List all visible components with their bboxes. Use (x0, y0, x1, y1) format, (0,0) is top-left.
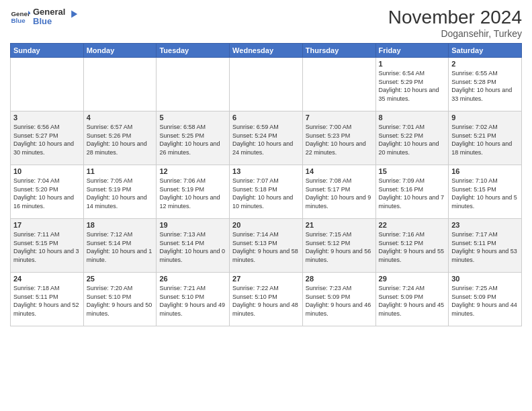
calendar-cell: 9Sunrise: 7:02 AMSunset: 5:21 PMDaylight… (449, 111, 522, 165)
day-info: Sunrise: 6:59 AMSunset: 5:24 PMDaylight:… (232, 123, 300, 156)
calendar-cell: 25Sunrise: 7:20 AMSunset: 5:10 PMDayligh… (83, 273, 157, 326)
calendar-cell (83, 58, 157, 111)
calendar-cell: 10Sunrise: 7:04 AMSunset: 5:20 PMDayligh… (11, 165, 84, 219)
day-info: Sunrise: 6:57 AMSunset: 5:26 PMDaylight:… (87, 123, 154, 156)
day-info: Sunrise: 7:15 AMSunset: 5:12 PMDaylight:… (306, 230, 373, 264)
day-number: 4 (87, 113, 154, 122)
calendar-cell: 3Sunrise: 6:56 AMSunset: 5:27 PMDaylight… (11, 111, 84, 165)
logo-icon: General Blue (10, 7, 30, 27)
day-number: 19 (159, 221, 226, 229)
day-info: Sunrise: 7:23 AMSunset: 5:09 PMDaylight:… (306, 284, 373, 318)
calendar-cell: 4Sunrise: 6:57 AMSunset: 5:26 PMDaylight… (83, 111, 157, 165)
day-number: 26 (159, 275, 226, 283)
calendar-cell (11, 58, 84, 111)
calendar-cell: 13Sunrise: 7:07 AMSunset: 5:18 PMDayligh… (230, 165, 303, 219)
month-title: November 2024 (388, 7, 522, 28)
header: General Blue General Blue November 2024 … (10, 7, 522, 39)
calendar-cell: 24Sunrise: 7:18 AMSunset: 5:11 PMDayligh… (11, 273, 84, 326)
calendar-cell: 12Sunrise: 7:06 AMSunset: 5:19 PMDayligh… (157, 165, 230, 219)
day-number: 12 (159, 167, 226, 175)
day-number: 21 (306, 221, 373, 229)
day-number: 25 (87, 275, 154, 283)
calendar-cell: 28Sunrise: 7:23 AMSunset: 5:09 PMDayligh… (302, 273, 375, 326)
calendar-cell: 16Sunrise: 7:10 AMSunset: 5:15 PMDayligh… (449, 165, 522, 219)
calendar-week-row: 24Sunrise: 7:18 AMSunset: 5:11 PMDayligh… (11, 273, 522, 326)
day-number: 11 (87, 167, 154, 175)
day-number: 20 (232, 221, 300, 229)
day-info: Sunrise: 7:12 AMSunset: 5:14 PMDaylight:… (87, 230, 154, 264)
calendar-cell: 7Sunrise: 7:00 AMSunset: 5:23 PMDaylight… (302, 111, 375, 165)
day-number: 22 (379, 221, 446, 229)
calendar-table: SundayMondayTuesdayWednesdayThursdayFrid… (10, 43, 522, 326)
calendar-cell: 23Sunrise: 7:17 AMSunset: 5:11 PMDayligh… (449, 219, 522, 273)
day-info: Sunrise: 6:54 AMSunset: 5:29 PMDaylight:… (379, 69, 446, 103)
day-info: Sunrise: 7:10 AMSunset: 5:15 PMDaylight:… (451, 177, 519, 210)
day-number: 24 (13, 275, 81, 283)
calendar-week-row: 17Sunrise: 7:11 AMSunset: 5:15 PMDayligh… (11, 219, 522, 273)
day-number: 9 (451, 113, 519, 122)
svg-text:General: General (11, 10, 31, 17)
day-info: Sunrise: 7:00 AMSunset: 5:23 PMDaylight:… (306, 123, 373, 156)
day-number: 14 (306, 167, 373, 175)
day-header-wednesday: Wednesday (230, 44, 303, 58)
day-number: 5 (159, 113, 226, 122)
day-info: Sunrise: 7:04 AMSunset: 5:20 PMDaylight:… (13, 177, 81, 210)
calendar-cell: 17Sunrise: 7:11 AMSunset: 5:15 PMDayligh… (11, 219, 84, 273)
day-number: 8 (379, 113, 446, 122)
day-header-friday: Friday (375, 44, 449, 58)
day-number: 1 (379, 60, 446, 68)
day-info: Sunrise: 7:07 AMSunset: 5:18 PMDaylight:… (232, 177, 300, 210)
calendar-week-row: 1Sunrise: 6:54 AMSunset: 5:29 PMDaylight… (11, 58, 522, 111)
calendar-cell (230, 58, 303, 111)
day-header-tuesday: Tuesday (157, 44, 230, 58)
day-info: Sunrise: 7:05 AMSunset: 5:19 PMDaylight:… (87, 177, 154, 210)
day-info: Sunrise: 7:21 AMSunset: 5:10 PMDaylight:… (159, 284, 226, 318)
day-info: Sunrise: 7:06 AMSunset: 5:19 PMDaylight:… (159, 177, 226, 210)
svg-text:Blue: Blue (11, 17, 26, 24)
calendar-cell: 19Sunrise: 7:13 AMSunset: 5:14 PMDayligh… (157, 219, 230, 273)
day-info: Sunrise: 7:22 AMSunset: 5:10 PMDaylight:… (232, 284, 300, 318)
calendar-cell: 11Sunrise: 7:05 AMSunset: 5:19 PMDayligh… (83, 165, 157, 219)
calendar-cell: 2Sunrise: 6:55 AMSunset: 5:28 PMDaylight… (449, 58, 522, 111)
day-info: Sunrise: 7:17 AMSunset: 5:11 PMDaylight:… (451, 230, 519, 264)
calendar-cell: 15Sunrise: 7:09 AMSunset: 5:16 PMDayligh… (375, 165, 449, 219)
calendar-cell: 18Sunrise: 7:12 AMSunset: 5:14 PMDayligh… (83, 219, 157, 273)
day-info: Sunrise: 7:25 AMSunset: 5:09 PMDaylight:… (451, 284, 519, 318)
day-number: 13 (232, 167, 300, 175)
day-info: Sunrise: 7:02 AMSunset: 5:21 PMDaylight:… (451, 123, 519, 156)
day-info: Sunrise: 7:16 AMSunset: 5:12 PMDaylight:… (379, 230, 446, 264)
calendar-cell (157, 58, 230, 111)
calendar-week-row: 3Sunrise: 6:56 AMSunset: 5:27 PMDaylight… (11, 111, 522, 165)
day-header-sunday: Sunday (11, 44, 84, 58)
day-header-saturday: Saturday (449, 44, 522, 58)
calendar-header-row: SundayMondayTuesdayWednesdayThursdayFrid… (11, 44, 522, 58)
day-info: Sunrise: 6:58 AMSunset: 5:25 PMDaylight:… (159, 123, 226, 156)
calendar-cell: 8Sunrise: 7:01 AMSunset: 5:22 PMDaylight… (375, 111, 449, 165)
day-info: Sunrise: 7:01 AMSunset: 5:22 PMDaylight:… (379, 123, 446, 156)
title-section: November 2024 Dogansehir, Turkey (388, 7, 522, 39)
calendar-cell (302, 58, 375, 111)
day-number: 18 (87, 221, 154, 229)
calendar-week-row: 10Sunrise: 7:04 AMSunset: 5:20 PMDayligh… (11, 165, 522, 219)
day-header-thursday: Thursday (302, 44, 375, 58)
logo: General Blue General Blue (10, 7, 79, 27)
location: Dogansehir, Turkey (388, 28, 522, 39)
day-number: 27 (232, 275, 300, 283)
day-header-monday: Monday (83, 44, 157, 58)
day-number: 7 (306, 113, 373, 122)
calendar-cell: 27Sunrise: 7:22 AMSunset: 5:10 PMDayligh… (230, 273, 303, 326)
page: General Blue General Blue November 2024 … (0, 0, 532, 411)
day-number: 30 (451, 275, 519, 283)
calendar-cell: 1Sunrise: 6:54 AMSunset: 5:29 PMDaylight… (375, 58, 449, 111)
day-number: 6 (232, 113, 300, 122)
day-number: 29 (379, 275, 446, 283)
day-number: 17 (13, 221, 81, 229)
day-number: 16 (451, 167, 519, 175)
calendar-cell: 5Sunrise: 6:58 AMSunset: 5:25 PMDaylight… (157, 111, 230, 165)
svg-marker-3 (72, 11, 78, 18)
day-info: Sunrise: 6:55 AMSunset: 5:28 PMDaylight:… (451, 69, 519, 103)
day-number: 10 (13, 167, 81, 175)
day-info: Sunrise: 7:08 AMSunset: 5:17 PMDaylight:… (306, 177, 373, 210)
day-number: 15 (379, 167, 446, 175)
calendar-cell: 26Sunrise: 7:21 AMSunset: 5:10 PMDayligh… (157, 273, 230, 326)
